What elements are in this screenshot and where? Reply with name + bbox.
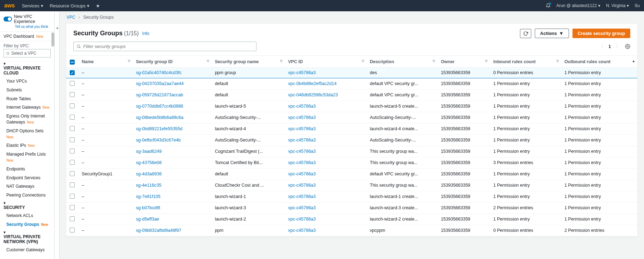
sidebar-item-your-vpcs[interactable]: Your VPCs: [0, 77, 54, 86]
nav-pin[interactable]: ★: [96, 3, 100, 8]
sgid-link[interactable]: sg-0bd89221efe55355d: [136, 126, 182, 131]
notifications-button[interactable]: [546, 3, 551, 8]
row-checkbox[interactable]: [70, 182, 75, 187]
table-row[interactable]: –sg-059726d21873accabdefaultvpc-046db925…: [66, 89, 637, 101]
sidebar-item-network-acls[interactable]: Network ACLs: [0, 211, 54, 220]
feedback-link[interactable]: Tell us what you think: [15, 25, 51, 29]
sort-icon[interactable]: ▽: [485, 59, 488, 63]
vpc-link[interactable]: vpc-c45786a3: [288, 70, 316, 75]
select-all-header[interactable]: [66, 56, 78, 68]
vpc-link[interactable]: vpc-c45786a3: [288, 171, 316, 176]
sgid-link[interactable]: sg-0770ddb67cc4b0886: [136, 104, 183, 109]
sidebar-item-endpoint-services[interactable]: Endpoint Services: [0, 174, 54, 182]
vpc-link[interactable]: vpc-046db92596c53da23: [288, 92, 338, 97]
vpc-link[interactable]: vpc-c45786a3: [288, 138, 316, 143]
table-row[interactable]: –sg-09b832afbd9a48f97ppmvpc-c45786a3vpcp…: [66, 225, 637, 236]
sgid-link[interactable]: sg-7e81f105: [136, 194, 161, 199]
sidebar-item-peering-connections[interactable]: Peering Connections: [0, 191, 54, 200]
sidebar-item-managed-prefix-lists[interactable]: Managed Prefix Lists New: [0, 150, 54, 165]
section-caret-vpc[interactable]: ▼: [0, 60, 54, 66]
table-row[interactable]: –sg-d5eff3aelaunch-wizard-2vpc-c45786a3l…: [66, 213, 637, 225]
row-checkbox[interactable]: [70, 205, 75, 210]
row-checkbox[interactable]: [70, 194, 75, 199]
sgid-link[interactable]: sg-02a5c40740c4cd3fc: [136, 70, 181, 75]
sidebar-collapse-handle[interactable]: ◂: [55, 11, 60, 259]
col-sgname[interactable]: Security group name▽: [211, 56, 285, 68]
vpc-link[interactable]: vpc-c45786a3: [288, 183, 316, 188]
vpc-link[interactable]: vpc-0b4b88e2ef5ac2d14: [288, 81, 337, 86]
sgid-link[interactable]: sg-09b832afbd9a48f97: [136, 228, 181, 233]
vpc-link[interactable]: vpc-c45786a3: [288, 160, 316, 165]
section-caret-security[interactable]: ▼: [0, 200, 54, 205]
row-checkbox[interactable]: [70, 92, 75, 97]
table-row[interactable]: –sg-0770ddb67cc4b0886launch-wizard-5vpc-…: [66, 101, 637, 112]
table-row[interactable]: –sg-43756e08Tomcat Certified by Bit...vp…: [66, 157, 637, 168]
table-row[interactable]: –sg-b07bcdf8launch-wizard-3vpc-c45786a3l…: [66, 202, 637, 213]
row-checkbox[interactable]: [70, 137, 75, 142]
vpc-filter-select[interactable]: Select a VPC: [4, 49, 51, 58]
col-name[interactable]: Name▽: [78, 56, 132, 68]
row-checkbox[interactable]: [70, 81, 75, 86]
col-outbound[interactable]: Outbound rules count▲: [561, 56, 637, 68]
col-desc[interactable]: Description▽: [366, 56, 438, 68]
sort-icon[interactable]: ▽: [207, 59, 209, 63]
sidebar-item-route-tables[interactable]: Route Tables: [0, 95, 54, 103]
sgid-link[interactable]: sg-43756e08: [136, 160, 162, 165]
nav-services[interactable]: Services ▾: [22, 3, 43, 8]
vpc-link[interactable]: vpc-c45786a3: [288, 115, 316, 120]
support-menu[interactable]: Su: [634, 3, 640, 8]
table-row[interactable]: –sg-4e116c35CloudCheckr Cost and ...vpc-…: [66, 180, 637, 191]
sgid-link[interactable]: sg-d5eff3ae: [136, 217, 159, 222]
row-checkbox[interactable]: [70, 228, 75, 233]
region-menu[interactable]: N. Virginia ▾: [606, 3, 629, 8]
aws-logo[interactable]: aws: [4, 2, 15, 9]
refresh-button[interactable]: [520, 29, 531, 38]
sidebar-item-dhcp-options-sets[interactable]: DHCP Options Sets New: [0, 127, 54, 141]
create-security-group-button[interactable]: Create security group: [572, 29, 630, 38]
row-checkbox[interactable]: [70, 126, 75, 131]
row-checkbox[interactable]: [70, 115, 75, 120]
prev-page-button[interactable]: 〈: [598, 43, 605, 50]
table-row[interactable]: –sg-08bede5b8b6a88c6aAutoScaling-Securit…: [66, 112, 637, 123]
sort-icon[interactable]: ▽: [128, 59, 130, 63]
table-row[interactable]: –sg-7e81f105launch-wizard-1vpc-c45786a3l…: [66, 191, 637, 202]
nav-resource-groups[interactable]: Resource Groups ▾: [50, 3, 89, 8]
sgid-link[interactable]: sg-059726d21873accab: [136, 92, 183, 97]
new-experience-toggle[interactable]: [4, 17, 12, 22]
sidebar-item-internet-gateways[interactable]: Internet Gateways New: [0, 103, 54, 112]
sidebar-item-nat-gateways[interactable]: NAT Gateways: [0, 182, 54, 191]
row-checkbox[interactable]: [70, 160, 75, 165]
sidebar-item-customer-gateways[interactable]: Customer Gateways: [0, 246, 54, 254]
sort-icon[interactable]: ▽: [280, 59, 283, 63]
table-row[interactable]: SecurityGroup1sg-4d3a8936defaultvpc-c457…: [66, 168, 637, 180]
row-checkbox[interactable]: [70, 149, 75, 153]
sgid-link[interactable]: sg-b07bcdf8: [136, 205, 160, 210]
vpc-link[interactable]: vpc-c45786a3: [288, 126, 316, 131]
row-checkbox[interactable]: [70, 171, 75, 176]
sort-icon[interactable]: ▲: [632, 59, 635, 63]
select-all-checkbox[interactable]: [70, 60, 75, 65]
sgid-link[interactable]: sg-4e116c35: [136, 183, 161, 188]
table-row[interactable]: –sg-0efbcf043d3c67e4bAutoScaling-Securit…: [66, 134, 637, 146]
sgid-link[interactable]: sg-4d3a8936: [136, 171, 162, 176]
sidebar-item-elastic-ips[interactable]: Elastic IPs New: [0, 141, 54, 150]
sgid-link[interactable]: sg-0efbcf043d3c67e4b: [136, 138, 181, 143]
next-page-button[interactable]: 〉: [614, 43, 621, 50]
table-row[interactable]: ✓–sg-02a5c40740c4cd3fcppm groupvpc-c4578…: [66, 68, 637, 78]
col-inbound[interactable]: Inbound rules count▽: [490, 56, 561, 68]
info-link[interactable]: Info: [142, 31, 149, 36]
filter-input[interactable]: [83, 44, 253, 49]
sort-icon[interactable]: ▽: [433, 59, 435, 63]
sgid-link[interactable]: sg-08bede5b8b6a88c6a: [136, 115, 184, 120]
table-row[interactable]: –sg-04237035a2aa7ae44defaultvpc-0b4b88e2…: [66, 78, 637, 89]
actions-button[interactable]: Actions ▼: [535, 29, 569, 38]
row-checkbox[interactable]: [70, 103, 75, 108]
sort-icon[interactable]: ▽: [362, 59, 364, 63]
table-row[interactable]: –sg-3aad6249Cognizant TrailDigest (...vp…: [66, 146, 637, 157]
col-owner[interactable]: Owner▽: [437, 56, 490, 68]
vpc-link[interactable]: vpc-c45786a3: [288, 205, 316, 210]
sidebar-item-subnets[interactable]: Subnets: [0, 86, 54, 95]
vpc-link[interactable]: vpc-c45786a3: [288, 149, 316, 154]
vpc-dashboard-link[interactable]: VPC Dashboard New: [0, 32, 54, 41]
sgid-link[interactable]: sg-3aad6249: [136, 149, 162, 154]
